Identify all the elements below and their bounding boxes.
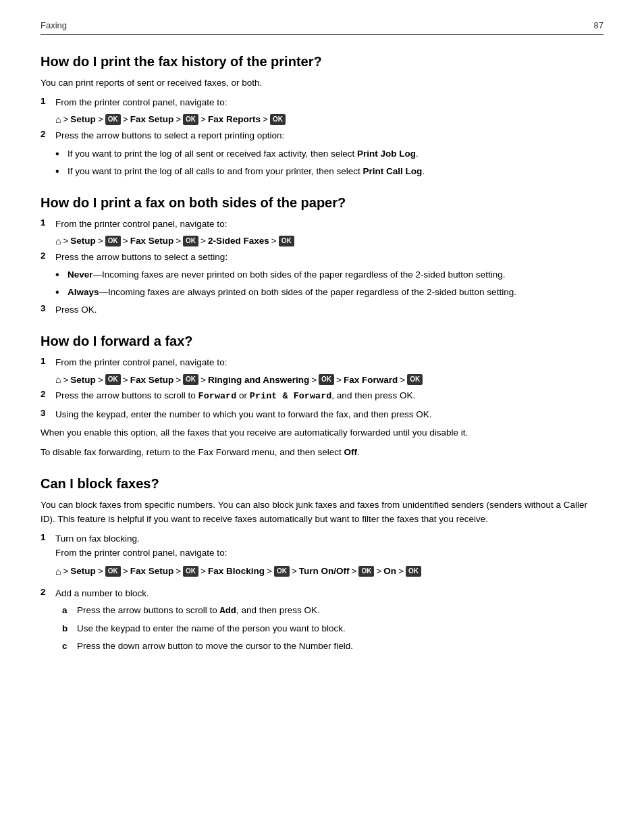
step-1-number: 1 (41, 96, 51, 110)
fwd-step-1-row: 1 From the printer control panel, naviga… (41, 356, 603, 370)
step-2-number: 2 (41, 129, 51, 143)
both-step-1-row: 1 From the printer control panel, naviga… (41, 217, 603, 232)
step-2-bullets: If you want to print the log of all sent… (55, 147, 603, 179)
both-step-2-row: 2 Press the arrow buttons to select a se… (41, 251, 603, 265)
section-forward-fax: How do I forward a fax? 1 From the print… (41, 334, 603, 460)
step-2-text: Press the arrow buttons to select a repo… (55, 129, 603, 143)
both-step-3-number: 3 (41, 303, 51, 317)
fwd-step-2-number: 2 (41, 389, 51, 404)
blk-step-2-number: 2 (41, 587, 51, 657)
ok-btn-4: OK (105, 236, 121, 246)
fwd-step-2-row: 2 Press the arrow buttons to scroll to F… (41, 389, 603, 404)
blk-step-1-nav: ⌂ > Setup > OK > Fax Setup > OK > Fax Bl… (55, 565, 603, 579)
blk-step-2-content: Add a number to block. a Press the arrow… (55, 587, 603, 657)
fwd-step-3-number: 3 (41, 408, 51, 422)
ok-btn-13: OK (274, 566, 290, 577)
ok-btn-11: OK (105, 566, 121, 577)
page: Faxing 87 How do I print the fax history… (0, 0, 644, 834)
ok-btn-3: OK (270, 114, 286, 125)
fwd-after-1: When you enable this option, all the fax… (41, 426, 603, 440)
section-fax-history-intro: You can print reports of sent or receive… (41, 76, 603, 90)
nav-ringing-answering: Ringing and Answering (208, 375, 309, 385)
nav-fax-setup-3: Fax Setup (130, 375, 174, 385)
alpha-item-b: b Use the keypad to enter the name of th… (62, 622, 603, 636)
section-block-faxes: Can I block faxes? You can block faxes f… (41, 476, 603, 657)
both-step-1-number: 1 (41, 217, 51, 232)
header-section-label: Faxing (41, 20, 67, 30)
ok-btn-8: OK (183, 374, 198, 385)
section-fax-history: How do I print the fax history of the pr… (41, 54, 603, 179)
fwd-after-2: To disable fax forwarding, return to the… (41, 446, 603, 460)
blk-step-1-content: Turn on fax blocking. From the printer c… (55, 532, 603, 583)
nav-setup-2: Setup (70, 236, 96, 246)
step-1-row: 1 From the printer control panel, naviga… (41, 96, 603, 110)
fwd-step-3-text: Using the keypad, enter the number to wh… (55, 408, 603, 422)
fwd-step-3-row: 3 Using the keypad, enter the number to … (41, 408, 603, 422)
step-1-text: From the printer control panel, navigate… (55, 96, 603, 110)
both-step-2-bullets: Never—Incoming faxes are never printed o… (55, 268, 603, 300)
blk-step-1-number: 1 (41, 532, 51, 583)
bullet-item: If you want to print the log of all call… (55, 165, 603, 179)
ok-btn-1: OK (105, 114, 121, 125)
inline-ok-btn: OK (81, 305, 95, 315)
both-step-3-text: Press OK. (55, 303, 603, 317)
blk-step-2-text: Add a number to block. (55, 588, 149, 598)
ok-btn-2: OK (183, 114, 198, 125)
header-page-number: 87 (594, 20, 603, 30)
nav-turn-on-off: Turn On/Off (299, 565, 350, 579)
blk-step-2-row: 2 Add a number to block. a Press the arr… (41, 587, 603, 657)
ok-btn-15: OK (406, 566, 421, 577)
ok-btn-6: OK (279, 236, 294, 246)
nav-2sided-faxes: 2-Sided Faxes (208, 236, 269, 246)
nav-fax-blocking: Fax Blocking (208, 565, 265, 579)
alpha-item-a: a Press the arrow buttons to scroll to A… (62, 604, 603, 619)
nav-setup-3: Setup (70, 375, 96, 385)
ok-btn-12: OK (183, 566, 198, 577)
blk-step-1-row: 1 Turn on fax blocking. From the printer… (41, 532, 603, 583)
ok-btn-5: OK (183, 236, 198, 246)
home-icon-4: ⌂ (55, 565, 61, 579)
section-fax-both-sides: How do I print a fax on both sides of th… (41, 195, 603, 318)
bullet-item: Always—Incoming faxes are always printed… (55, 286, 603, 300)
blk-step-2-alpha: a Press the arrow buttons to scroll to A… (62, 604, 603, 654)
bullet-item: Never—Incoming faxes are never printed o… (55, 268, 603, 282)
fwd-step-1-text: From the printer control panel, navigate… (55, 356, 603, 370)
inline-ok-btn-4: OK (304, 605, 317, 615)
header-bar: Faxing 87 (41, 20, 603, 35)
section-fax-both-sides-heading: How do I print a fax on both sides of th… (41, 195, 603, 211)
fwd-step-1-nav: ⌂ > Setup > OK > Fax Setup > OK > Ringin… (55, 374, 603, 385)
step-2-row: 2 Press the arrow buttons to select a re… (41, 129, 603, 143)
section-block-faxes-heading: Can I block faxes? (41, 476, 603, 492)
nav-on: On (383, 565, 396, 579)
inline-ok-btn-2: OK (400, 390, 413, 400)
blk-step-1-text: Turn on fax blocking. (55, 533, 140, 544)
nav-setup: Setup (70, 114, 96, 124)
ok-btn-14: OK (358, 566, 374, 577)
home-icon: ⌂ (55, 114, 61, 125)
nav-fax-setup: Fax Setup (130, 114, 174, 124)
section-block-faxes-intro: You can block faxes from specific number… (41, 498, 603, 527)
both-step-1-nav: ⌂ > Setup > OK > Fax Setup > OK > 2-Side… (55, 236, 603, 246)
nav-setup-4: Setup (70, 565, 96, 579)
home-icon-2: ⌂ (55, 236, 61, 246)
ok-btn-10: OK (407, 374, 423, 385)
section-fax-history-heading: How do I print the fax history of the pr… (41, 54, 603, 70)
nav-fax-forward: Fax Forward (344, 375, 398, 385)
inline-ok-btn-3: OK (416, 409, 429, 419)
both-step-1-text: From the printer control panel, navigate… (55, 217, 603, 232)
step-1-nav: ⌂ > Setup > OK > Fax Setup > OK > Fax Re… (55, 114, 603, 125)
section-forward-fax-heading: How do I forward a fax? (41, 334, 603, 349)
both-step-3-row: 3 Press OK. (41, 303, 603, 317)
nav-fax-setup-4: Fax Setup (130, 565, 174, 579)
alpha-item-c: c Press the down arrow button to move th… (62, 640, 603, 654)
bullet-item: If you want to print the log of all sent… (55, 147, 603, 161)
blk-step-1-sub: From the printer control panel, navigate… (55, 548, 227, 558)
ok-btn-7: OK (105, 374, 121, 385)
ok-btn-9: OK (319, 374, 334, 385)
nav-fax-setup-2: Fax Setup (130, 236, 174, 246)
fwd-step-2-text: Press the arrow buttons to scroll to For… (55, 389, 603, 404)
fwd-step-1-number: 1 (41, 356, 51, 370)
both-step-2-text: Press the arrow buttons to select a sett… (55, 251, 603, 265)
both-step-2-number: 2 (41, 251, 51, 265)
nav-fax-reports: Fax Reports (208, 114, 261, 124)
